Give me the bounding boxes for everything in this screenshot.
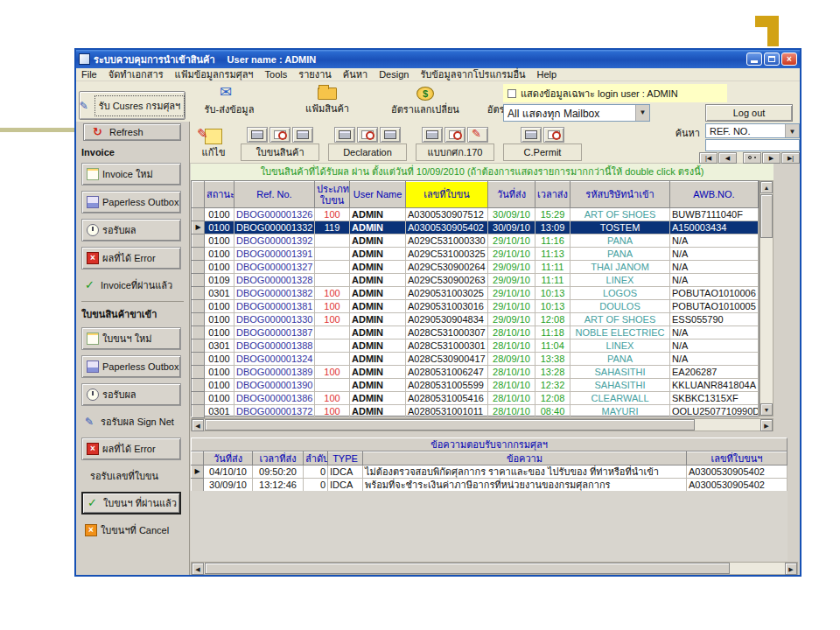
column-header[interactable]: TYPE [328,452,363,466]
sidebar-item[interactable]: ผลที่ได้ Error [81,438,181,460]
column-header[interactable]: วันที่ส่ง [488,182,536,208]
nav-prev-button[interactable]: ◀ [718,152,737,164]
toolbar-button-send-receive[interactable]: รับ-ส่งข้อมูล [192,85,267,117]
preview-button[interactable] [270,127,290,143]
print-button[interactable] [422,127,443,143]
table-row[interactable]: 0100DBOG000001389100ADMINA02805310062472… [192,366,759,379]
table-row[interactable]: 0301DBOG000001382100ADMINA02905310030252… [192,287,759,300]
scroll-left-icon[interactable]: ◀ [192,419,204,431]
edit-button[interactable] [467,127,488,143]
column-header[interactable]: เวลาที่ส่ง [253,452,304,466]
sidebar-item[interactable]: รอรับเลขที่ใบขน [85,468,184,484]
menu-item-Design[interactable]: Design [379,69,409,80]
column-header[interactable]: สถานะ [205,182,234,208]
nav-next-button[interactable]: ▶ [762,152,780,164]
table-row[interactable]: 0100DBOG000001324ADMINA028C53090041728/0… [192,353,759,366]
horizontal-scrollbar[interactable]: ◀ ▶ [191,418,774,431]
menu-item-รับข้อมูลจากโปรแกรมอื่น[interactable]: รับข้อมูลจากโปรแกรมอื่น [420,66,525,82]
login-filter-checkbox[interactable] [508,89,516,98]
menu-item-จัดทำเอกสาร[interactable]: จัดทำเอกสาร [108,66,164,82]
print-button[interactable] [334,127,355,143]
menu-item-Help[interactable]: Help [537,69,557,80]
scroll-up-icon[interactable]: ▲ [760,181,773,193]
vertical-scrollbar[interactable]: ▲ ▼ [760,180,774,416]
table-row[interactable]: 0109DBOG000001328ADMINA029C53090026329/0… [192,274,759,287]
mailbox-dropdown[interactable]: All แสดงทุก Mailbox ▼ [503,104,650,122]
preview-button[interactable] [444,127,466,143]
column-header[interactable]: ลำดับ [304,452,328,466]
sidebar-item[interactable]: ใบขนฯ ใหม่ [81,327,181,350]
restore-button[interactable] [764,52,780,66]
refresh-button[interactable]: Refresh [83,123,181,141]
column-header[interactable]: รหัสบริษัทนำเข้า [570,182,670,208]
nav-first-button[interactable]: |◀ [699,152,718,164]
column-header[interactable]: ข้อความ [363,452,687,466]
sidebar-item[interactable]: ใบขนฯ ที่ผ่านแล้ว [81,492,181,514]
scroll-right-icon[interactable]: ▶ [760,419,773,431]
table-row[interactable]: 0301DBOG000001372100ADMINA02805310010112… [192,405,759,418]
chevron-down-icon[interactable]: ▼ [635,105,649,121]
scrollbar-thumb[interactable] [205,563,730,574]
nav-last-button[interactable]: ▶| [781,152,800,164]
sidebar-item[interactable]: Paperless Outbox [81,355,181,378]
info-bar[interactable]: ใบขนสินค้าที่ได้รับผล ผ่าน ตั้งแต่วันที่… [191,164,774,180]
table-row[interactable]: 0100DBOG000001386100ADMINA02805310054162… [192,392,759,405]
sidebar-item[interactable]: รอรับผล Sign Net [85,414,184,430]
table-row[interactable]: 0100DBOG000001330100ADMINA02905309048342… [192,313,759,326]
menu-item-File[interactable]: File [81,69,97,80]
bottom-horizontal-scrollbar[interactable]: ◀ ▶ [191,562,798,575]
sidebar-item[interactable]: ผลที่ได้ Error [81,247,181,270]
logout-button[interactable]: Log out [705,104,793,122]
scroll-right-icon[interactable]: ▶ [785,563,797,575]
sidebar-item[interactable]: Paperless Outbox [81,191,181,214]
menu-item-รายงาน[interactable]: รายงาน [298,66,332,82]
print-button[interactable] [380,127,401,143]
column-header[interactable]: เลขที่ใบขน [406,182,488,208]
column-header[interactable]: ประเภท ใบขน [315,182,350,208]
table-row[interactable]: 0100DBOG000001392ADMINA029C53100033029/1… [192,234,759,248]
scroll-left-icon[interactable]: ◀ [192,563,204,575]
toolbar-button-folder[interactable]: แฟ้มสินค้า [290,85,365,117]
preview-button[interactable] [543,127,564,143]
table-row[interactable]: 0100DBOG000001391ADMINA029C53100032529/1… [192,248,759,261]
column-header[interactable]: AWB.NO. [670,182,759,208]
sidebar-item[interactable]: Invoice ใหม่ [81,163,181,186]
edit-button[interactable]: แก้ไข [194,129,233,161]
nav-find-button[interactable] [743,152,761,164]
table-row[interactable]: ▶0100DBOG000001332119ADMINA0300530905402… [192,221,759,234]
table-row[interactable]: 0100DBOG000001327ADMINA029C53090026429/0… [192,261,759,274]
scrollbar-thumb[interactable] [760,194,773,238]
menu-item-ค้นหา[interactable]: ค้นหา [343,66,368,82]
sidebar-item[interactable]: Invoiceที่ผ่านแล้ว [85,277,184,293]
chevron-down-icon[interactable]: ▼ [785,124,799,137]
table-row[interactable]: 0100DBOG000001390ADMINA028053100559928/1… [192,379,759,392]
sidebar-item[interactable]: รอรับผล [81,383,181,406]
preview-button[interactable] [357,127,378,143]
search-input[interactable] [705,139,800,151]
print-button[interactable] [292,127,313,143]
print-button[interactable] [247,127,268,143]
scroll-down-icon[interactable]: ▼ [760,403,773,416]
minimize-button[interactable] [746,52,762,66]
sidebar-item[interactable]: รอรับผล [81,219,181,242]
column-header[interactable]: เลขที่ใบขนฯ [687,452,788,466]
table-row[interactable]: 0100DBOG000001381100ADMINA02905310030162… [192,300,759,313]
table-row[interactable]: 30/09/1013:12:460IDCAพร้อมที่จะชำระเงินค… [192,479,788,492]
print-button[interactable] [521,127,542,143]
sidebar-item[interactable]: ใบขนฯที่ Cancel [85,522,184,538]
column-header[interactable]: วันที่ส่ง [204,452,253,466]
close-button[interactable]: × [781,52,797,66]
column-header[interactable]: User Name [350,182,406,208]
menu-item-แฟ้มข้อมูลกรมศุลฯ[interactable]: แฟ้มข้อมูลกรมศุลฯ [175,66,254,82]
menu-item-Tools[interactable]: Tools [265,69,288,80]
toolbar-button-money[interactable]: อัตราแลกเปลี่ยน [388,85,463,117]
column-header[interactable]: Ref. No. [234,182,315,208]
table-row[interactable]: 0100DBOG000001387ADMINA028C53100030728/1… [192,326,759,340]
scrollbar-thumb[interactable] [205,419,695,430]
table-row[interactable]: ▶04/10/1009:50:200IDCAไม่ต้องตรวจสอบพิกั… [192,466,788,479]
table-row[interactable]: 0100DBOG000001326100ADMINA03005309075123… [192,208,759,221]
search-field-dropdown[interactable]: REF. NO. ▼ [705,123,800,138]
receive-cusres-button[interactable]: รับ Cusres กรมศุลฯ [79,91,186,120]
column-header[interactable]: เวลาส่ง [536,182,570,208]
table-row[interactable]: 0301DBOG000001388ADMINA028C53100030128/1… [192,340,759,353]
